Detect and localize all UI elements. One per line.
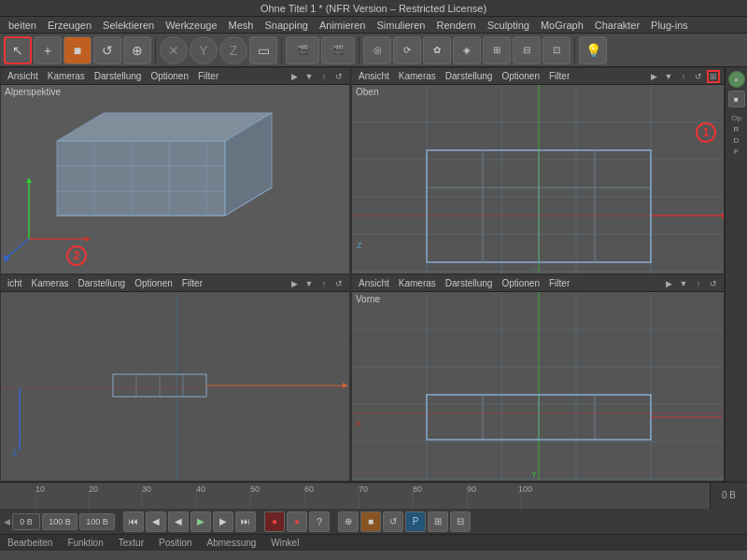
object-btn3[interactable]: ✿	[423, 36, 451, 64]
z-btn[interactable]: Z	[219, 36, 247, 64]
record-btn1[interactable]: ●	[264, 511, 285, 532]
vp-darstellung-1[interactable]: Darstellung	[92, 71, 145, 81]
vp-up-1[interactable]: ↑	[317, 70, 331, 83]
vp-ansicht-4[interactable]: Ansicht	[356, 278, 392, 288]
rotate-button[interactable]: ↺	[93, 36, 121, 64]
go-start-btn[interactable]: ⏮	[123, 511, 144, 532]
object-btn2[interactable]: ⟳	[393, 36, 421, 64]
menu-rendern[interactable]: Rendern	[431, 19, 480, 32]
filmstrip2-btn[interactable]: 🎬	[321, 36, 355, 64]
vp-kameras-3[interactable]: Kameras	[29, 278, 72, 288]
play-btn[interactable]: ▶	[190, 511, 211, 532]
vp-optionen-4[interactable]: Optionen	[499, 278, 543, 288]
vp-refresh-1[interactable]: ↺	[332, 70, 345, 83]
vp-extra-2[interactable]: ⊞	[707, 70, 720, 83]
vp-ansicht-1[interactable]: Ansicht	[5, 71, 41, 81]
vp-refresh-4[interactable]: ↺	[707, 277, 720, 290]
object-btn4[interactable]: ◈	[453, 36, 481, 64]
grid-btn1[interactable]: ⊞	[428, 511, 448, 532]
menu-werkzeuge[interactable]: Werkzeuge	[161, 19, 221, 32]
vp-arrow-right-4[interactable]: ▶	[662, 277, 675, 290]
menu-selektieren[interactable]: Selektieren	[98, 19, 159, 32]
menu-charakter[interactable]: Charakter	[590, 19, 644, 32]
vp-optionen-1[interactable]: Optionen	[148, 71, 191, 81]
top-content: Z . Oben 1	[352, 85, 724, 274]
frame-start-input[interactable]	[12, 513, 40, 530]
front-viewport[interactable]: Ansicht Kameras Darstellung Optionen Fil…	[351, 274, 725, 482]
vp-optionen-3[interactable]: Optionen	[132, 278, 176, 288]
go-end-btn[interactable]: ⏭	[235, 511, 256, 532]
snap-btn2[interactable]: ■	[360, 511, 381, 532]
help-btn[interactable]: ?	[309, 511, 330, 532]
frame-end-input[interactable]	[42, 513, 78, 530]
vp-filter-3[interactable]: Filter	[179, 278, 205, 288]
rp-btn2[interactable]: ■	[728, 91, 745, 107]
vp-arrow-right-1[interactable]: ▶	[288, 70, 301, 83]
vp-arrow-right-2[interactable]: ▶	[647, 70, 660, 83]
menu-animieren[interactable]: Animieren	[315, 19, 371, 32]
vp-kameras-1[interactable]: Kameras	[45, 71, 88, 81]
vp-up-4[interactable]: ↑	[692, 277, 705, 290]
rev-play-btn[interactable]: ◀	[168, 511, 189, 532]
bottom-left-viewport[interactable]: icht Kameras Darstellung Optionen Filter…	[0, 274, 350, 482]
vp-arrow-down-2[interactable]: ▼	[662, 70, 675, 83]
vp-darstellung-3[interactable]: Darstellung	[76, 278, 129, 288]
menu-snapping[interactable]: Snapping	[260, 19, 313, 32]
menu-erzeugen[interactable]: Erzeugen	[43, 19, 96, 32]
frame-current-input[interactable]	[79, 513, 115, 530]
next-frame-btn[interactable]: ▶	[213, 511, 233, 532]
x-btn[interactable]: ✕	[160, 36, 188, 64]
menu-plugins[interactable]: Plug-ins	[646, 19, 693, 32]
menu-simulieren[interactable]: Simulieren	[373, 19, 430, 32]
object-btn7[interactable]: ⊡	[543, 36, 571, 64]
cursor-icon: ↖	[12, 43, 23, 58]
object-btn5[interactable]: ⊞	[483, 36, 511, 64]
top-viewport[interactable]: Ansicht Kameras Darstellung Optionen Fil…	[351, 67, 725, 274]
vp-up-2[interactable]: ↑	[677, 70, 690, 83]
timeline-track[interactable]: 10 20 30 40 50 60 70 80 90 100	[0, 483, 710, 509]
vp-arrow-down-1[interactable]: ▼	[303, 70, 316, 83]
vp-refresh-3[interactable]: ↺	[332, 277, 345, 290]
add-button[interactable]: +	[34, 36, 62, 64]
prev-frame-btn[interactable]: ◀	[146, 511, 166, 532]
vp-ansicht-2[interactable]: Ansicht	[356, 71, 392, 81]
refresh-btn[interactable]: ↺	[383, 511, 403, 532]
menu-mesh[interactable]: Mesh	[224, 19, 259, 32]
light-btn[interactable]: 💡	[579, 36, 607, 64]
right-viewports: Ansicht Kameras Darstellung Optionen Fil…	[351, 67, 725, 482]
rp-btn1[interactable]: ●	[728, 71, 745, 88]
refresh-icon: ↺	[389, 516, 397, 526]
vp-filter-1[interactable]: Filter	[195, 71, 221, 81]
vp-filter-2[interactable]: Filter	[546, 71, 572, 81]
vp-darstellung-2[interactable]: Darstellung	[443, 71, 496, 81]
parking-btn[interactable]: P	[405, 511, 426, 532]
cross-button[interactable]: ⊕	[123, 36, 151, 64]
svg-line-6	[94, 206, 176, 274]
menu-mograph[interactable]: MoGraph	[536, 19, 588, 32]
vp-kameras-4[interactable]: Kameras	[396, 278, 439, 288]
vp-up-3[interactable]: ↑	[317, 277, 331, 290]
y-btn[interactable]: Y	[190, 36, 218, 64]
vp-darstellung-4[interactable]: Darstellung	[443, 278, 496, 288]
perspective-viewport[interactable]: Ansicht Kameras Darstellung Optionen Fil…	[0, 67, 350, 274]
vp-kameras-2[interactable]: Kameras	[396, 71, 439, 81]
select-tool-button[interactable]: ↖	[4, 36, 32, 64]
vp-arrow-down-3[interactable]: ▼	[303, 277, 316, 290]
vp-optionen-2[interactable]: Optionen	[499, 71, 543, 81]
menu-beiten[interactable]: beiten	[4, 19, 41, 32]
object-btn1[interactable]: ◎	[363, 36, 391, 64]
rect-btn[interactable]: ▭	[249, 36, 277, 64]
record-btn2[interactable]: ●	[287, 511, 307, 532]
vp-arrow-down-4[interactable]: ▼	[677, 277, 690, 290]
svg-line-9	[176, 206, 234, 274]
cube-button[interactable]: ■	[63, 36, 92, 64]
snap-btn1[interactable]: ⊕	[338, 511, 359, 532]
object-btn6[interactable]: ⊟	[513, 36, 541, 64]
vp-icht[interactable]: icht	[5, 278, 25, 288]
menu-sculpting[interactable]: Sculpting	[483, 19, 534, 32]
vp-refresh-2[interactable]: ↺	[692, 70, 705, 83]
grid-btn2[interactable]: ⊟	[450, 511, 471, 532]
filmstrip-btn[interactable]: 🎬	[286, 36, 319, 64]
vp-filter-4[interactable]: Filter	[546, 278, 572, 288]
vp-arrow-right-3[interactable]: ▶	[288, 277, 301, 290]
